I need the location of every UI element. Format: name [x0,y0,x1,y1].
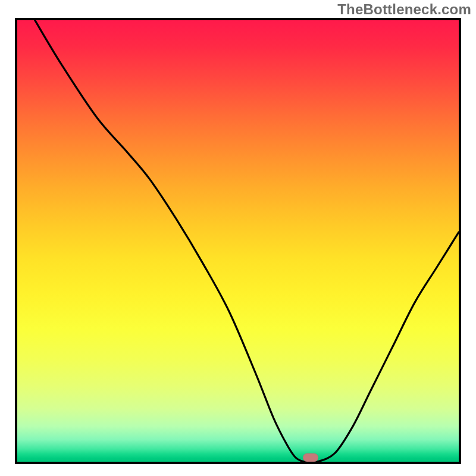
minimum-marker [303,453,318,462]
plot-area [15,18,461,464]
watermark-text: TheBottleneck.com [337,1,471,18]
chart-stage: TheBottleneck.com [0,0,476,476]
bottleneck-curve [17,20,459,462]
